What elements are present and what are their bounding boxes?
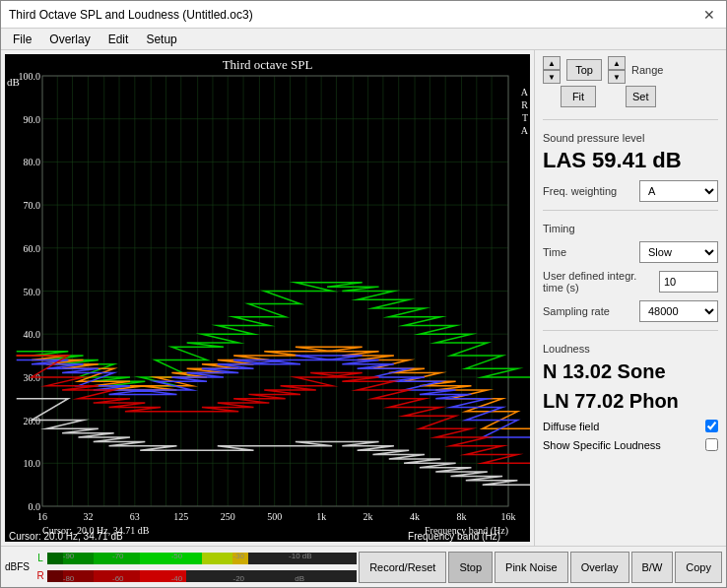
top-down-btn[interactable]: ▼ [543,70,561,84]
range-up-btn[interactable]: ▲ [608,56,626,70]
freq-weighting-label: Freq. weighting [543,185,617,197]
divider-3 [543,330,718,331]
fit-button[interactable]: Fit [561,86,596,107]
close-button[interactable]: ✕ [700,6,718,24]
menu-overlay[interactable]: Overlay [41,31,98,47]
record-reset-button[interactable]: Record/Reset [359,552,446,583]
menu-edit[interactable]: Edit [100,31,137,47]
freq-band-label: Frequency band (Hz) [408,531,500,542]
show-specific-checkbox[interactable] [705,438,718,451]
chart-canvas [5,54,530,542]
main-window: Third Octave SPL and Loudness (Untitled.… [0,0,727,588]
stop-button[interactable]: Stop [448,552,493,583]
diffuse-field-row: Diffuse field [543,420,718,432]
copy-button[interactable]: Copy [675,552,722,583]
bw-button[interactable]: B/W [631,552,674,583]
chart-area: Cursor: 20.0 Hz, 34.71 dB Frequency band… [5,54,530,542]
loudness-ln-value: LN 77.02 Phon [543,388,718,414]
menu-file[interactable]: File [5,31,39,47]
level-row-L: L -90 -70 -50 -30 -10 dB [35,551,357,566]
level-row-R: R -80 -60 -40 -20 dB [35,568,357,584]
level-channel-R: R [35,570,45,581]
nav-controls: ▲ ▼ Top ▲ ▼ Range Fit Set [543,56,718,107]
sampling-rate-row: Sampling rate 48000 44100 96000 [543,300,718,322]
level-meter: L -90 -70 -50 -30 -10 dB R [35,551,357,584]
spl-section-label: Sound pressure level [543,132,718,144]
range-label: Range [631,64,663,76]
top-up-btn[interactable]: ▲ [543,56,561,70]
set-button[interactable]: Set [626,86,656,107]
time-row: Time Slow Fast Impulse [543,241,718,263]
divider-2 [543,210,718,211]
show-specific-row: Show Specific Loudness [543,438,718,451]
nav-row-fit: Fit Set [561,86,718,107]
user-defined-row: User defined integr. time (s) [543,270,718,294]
timing-section-label: Timing [543,223,718,234]
top-button[interactable]: Top [566,59,602,81]
right-panel: ▲ ▼ Top ▲ ▼ Range Fit Set [534,50,726,546]
level-channel-L: L [35,553,45,563]
window-title: Third Octave SPL and Loudness (Untitled.… [9,8,253,22]
freq-weighting-row: Freq. weighting A C Z [543,180,718,202]
menu-bar: File Overlay Edit Setup [1,29,726,50]
range-down-btn[interactable]: ▼ [608,70,626,84]
freq-weighting-select[interactable]: A C Z [639,180,718,202]
range-btn-group: ▲ ▼ [608,56,626,84]
cursor-info: Cursor: 20.0 Hz, 34.71 dB [9,531,123,542]
top-btn-group: ▲ ▼ [543,56,561,84]
title-bar: Third Octave SPL and Loudness (Untitled.… [1,1,726,29]
menu-setup[interactable]: Setup [138,31,184,47]
show-specific-label: Show Specific Loudness [543,439,661,451]
time-label: Time [543,246,566,258]
user-defined-label: User defined integr. time (s) [543,270,657,294]
loudness-section-label: Loudness [543,343,718,355]
level-bar-L: -90 -70 -50 -30 -10 dB [47,553,357,564]
loudness-n-value: N 13.02 Sone [543,359,718,384]
sampling-rate-select[interactable]: 48000 44100 96000 [639,300,718,322]
divider-1 [543,119,718,120]
main-content: Cursor: 20.0 Hz, 34.71 dB Frequency band… [1,50,726,546]
dbfs-label: dBFS [5,561,30,572]
action-buttons: Record/Reset Stop Pink Noise Overlay B/W… [359,552,722,583]
nav-row-top: ▲ ▼ Top ▲ ▼ Range [543,56,718,84]
overlay-button[interactable]: Overlay [570,552,629,583]
spl-value: LAS 59.41 dB [543,148,718,173]
bottom-bar: dBFS L -90 -70 -50 -30 -10 dB [1,546,726,587]
time-select[interactable]: Slow Fast Impulse [639,241,718,263]
sampling-rate-label: Sampling rate [543,305,610,317]
diffuse-field-label: Diffuse field [543,421,599,432]
level-bar-R: -80 -60 -40 -20 dB [47,570,357,582]
pink-noise-button[interactable]: Pink Noise [495,552,568,583]
diffuse-field-checkbox[interactable] [705,420,718,432]
user-defined-input[interactable] [659,271,718,293]
